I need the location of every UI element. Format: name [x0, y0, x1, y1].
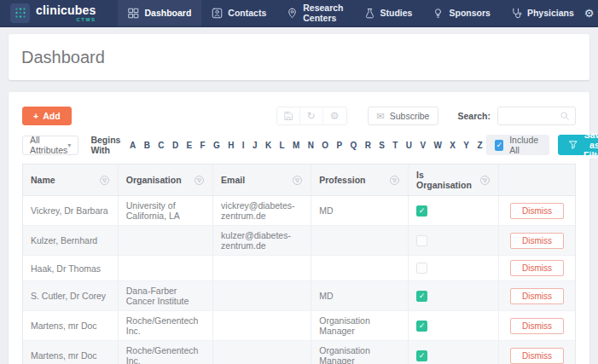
cell-profession: [311, 226, 409, 256]
dismiss-button[interactable]: Dismiss: [510, 318, 564, 334]
navbar-right: ⚙ ▾ harry@clinicubes.com ▾: [584, 7, 598, 20]
table-row: S. Cutler, Dr CoreyDana-Farber Cancer In…: [23, 281, 575, 311]
plus-icon: +: [33, 111, 38, 121]
search-input[interactable]: [503, 111, 560, 121]
filter-circle-icon[interactable]: [194, 175, 205, 186]
dismiss-button[interactable]: Dismiss: [510, 260, 564, 276]
cell-name: S. Cutler, Dr Corey: [23, 281, 118, 311]
cell-is-organisation: ✓: [409, 341, 499, 364]
brand-name: clinicubes: [36, 4, 96, 16]
letter-m[interactable]: M: [288, 141, 304, 150]
column-header-is-organisation[interactable]: Is Organisation: [409, 165, 499, 196]
is-organisation-checkbox[interactable]: ✓: [416, 321, 427, 332]
cell-profession: Organisation Manager: [311, 341, 409, 364]
brand-logo[interactable]: clinicubes CTMS: [10, 3, 96, 23]
cell-email: [213, 256, 311, 281]
add-button[interactable]: + Add: [22, 107, 72, 125]
letter-j[interactable]: J: [248, 141, 261, 150]
settings-icon: ⚙: [330, 110, 340, 122]
letter-d[interactable]: D: [168, 141, 183, 150]
nav-item-dashboard[interactable]: Dashboard: [118, 0, 201, 26]
cell-email: [213, 341, 311, 364]
letter-k[interactable]: K: [261, 141, 276, 150]
letter-u[interactable]: U: [402, 141, 416, 150]
letter-a[interactable]: A: [125, 141, 140, 150]
cell-name: Vickrey, Dr Barbara: [23, 196, 118, 226]
nav-item-physicians[interactable]: Physicians: [501, 0, 584, 26]
dismiss-button[interactable]: Dismiss: [510, 203, 564, 219]
include-all-checkbox[interactable]: ✓: [495, 140, 503, 151]
cell-organisation: [118, 256, 212, 281]
grid-toolbar: + Add ↻⚙ ✉ Subscribe Search:: [15, 99, 583, 133]
letter-t[interactable]: T: [389, 141, 402, 150]
is-organisation-checkbox[interactable]: [416, 235, 427, 246]
letter-i[interactable]: I: [238, 141, 248, 150]
letter-h[interactable]: H: [224, 141, 239, 150]
letter-y[interactable]: Y: [460, 141, 473, 150]
letter-g[interactable]: G: [209, 141, 224, 150]
export-icon-button[interactable]: [277, 107, 300, 124]
contacts-grid: NameOrganisationEmailProfessionIs Organi…: [22, 164, 576, 364]
letter-r[interactable]: R: [361, 141, 375, 150]
filter-circle-icon[interactable]: [479, 175, 491, 186]
letter-l[interactable]: L: [276, 141, 288, 150]
letter-x[interactable]: X: [446, 141, 460, 150]
table-row: Haak, Dr ThomasDismiss: [23, 256, 575, 281]
letter-n[interactable]: N: [304, 141, 318, 150]
dismiss-button[interactable]: Dismiss: [510, 348, 564, 364]
letter-v[interactable]: V: [416, 141, 430, 150]
save-as-filter-button[interactable]: Save as Filter: [558, 135, 598, 155]
cell-name: Martens, mr Doc: [23, 311, 118, 341]
is-organisation-checkbox[interactable]: ✓: [416, 205, 427, 217]
nav-item-sponsors[interactable]: Sponsors: [422, 0, 500, 26]
column-header-email[interactable]: Email: [213, 165, 311, 196]
search-icon[interactable]: [560, 111, 570, 121]
column-header-organisation[interactable]: Organisation: [118, 165, 212, 196]
nav-item-contacts[interactable]: Contacts: [201, 0, 276, 26]
column-header-profession[interactable]: Profession: [311, 165, 409, 196]
filter-circle-icon[interactable]: [99, 175, 110, 186]
top-navbar: clinicubes CTMS DashboardContactsResearc…: [0, 0, 598, 27]
attributes-dropdown[interactable]: All Attributes ▾: [22, 136, 78, 155]
letter-b[interactable]: B: [140, 141, 154, 150]
is-organisation-checkbox[interactable]: [416, 263, 427, 274]
flask-icon: [364, 8, 375, 19]
letter-f[interactable]: F: [196, 141, 209, 150]
nav-item-research-centers[interactable]: Research Centers: [276, 0, 353, 26]
letter-z[interactable]: Z: [473, 141, 486, 150]
filter-circle-icon[interactable]: [389, 175, 400, 186]
cell-profession: [311, 256, 409, 281]
cell-is-organisation: [409, 226, 499, 256]
cell-email: [213, 281, 311, 311]
nav-item-studies[interactable]: Studies: [354, 0, 423, 26]
include-all-toggle[interactable]: ✓ Include All: [486, 135, 549, 155]
cell-is-organisation: ✓: [409, 311, 499, 341]
letter-p[interactable]: P: [333, 141, 346, 150]
letter-e[interactable]: E: [183, 141, 196, 150]
map-pin-icon: [287, 8, 298, 19]
settings-icon-button[interactable]: ⚙: [323, 107, 346, 124]
dismiss-button[interactable]: Dismiss: [510, 233, 564, 249]
table-row: Kulzer, Bernhardkulzer@diabetes-zentrum.…: [23, 226, 575, 256]
column-header-name[interactable]: Name: [23, 165, 118, 196]
is-organisation-checkbox[interactable]: ✓: [416, 350, 427, 361]
grid-header: NameOrganisationEmailProfessionIs Organi…: [23, 165, 575, 196]
search-label: Search:: [457, 111, 491, 121]
cell-action: Dismiss: [499, 281, 575, 311]
letter-c[interactable]: C: [154, 141, 169, 150]
is-organisation-checkbox[interactable]: ✓: [416, 291, 427, 302]
letter-o[interactable]: O: [318, 141, 333, 150]
subscribe-button[interactable]: ✉ Subscribe: [368, 107, 439, 125]
cell-organisation: Roche/Genentech Inc.: [118, 341, 212, 364]
column-header-actions: [499, 165, 575, 196]
refresh-icon-button[interactable]: ↻: [300, 107, 323, 124]
cell-organisation: [118, 226, 212, 256]
settings-menu[interactable]: ⚙ ▾: [584, 7, 598, 20]
letter-s[interactable]: S: [375, 141, 389, 150]
filter-circle-icon[interactable]: [292, 175, 303, 186]
cell-name: Kulzer, Bernhard: [23, 226, 118, 256]
letter-w[interactable]: W: [430, 141, 446, 150]
cell-profession: MD: [311, 196, 409, 226]
letter-q[interactable]: Q: [346, 141, 361, 150]
dismiss-button[interactable]: Dismiss: [510, 288, 564, 304]
